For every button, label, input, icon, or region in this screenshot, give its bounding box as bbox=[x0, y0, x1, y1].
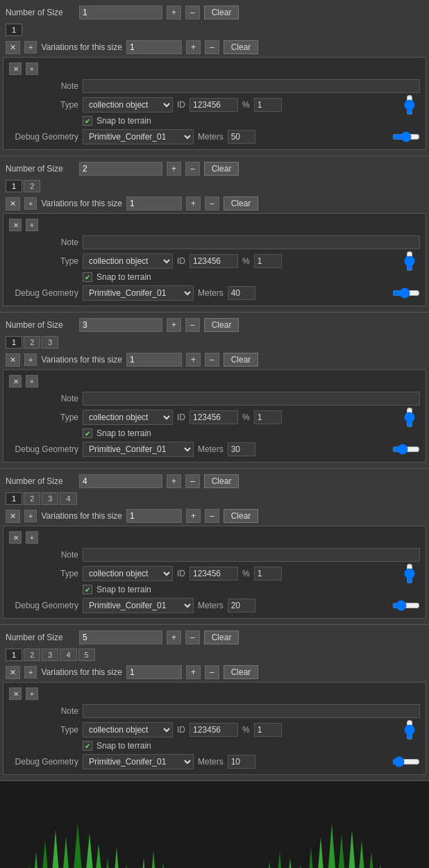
meters-slider-3[interactable] bbox=[392, 444, 420, 455]
number-of-size-input-2[interactable] bbox=[79, 162, 162, 176]
note-input-3[interactable] bbox=[83, 392, 420, 406]
clear-button-1[interactable]: Clear bbox=[204, 6, 239, 19]
type-select-2[interactable]: collection object bbox=[83, 253, 173, 269]
percent-input-3[interactable] bbox=[254, 410, 282, 424]
tab-5-1[interactable]: 1 bbox=[6, 649, 22, 661]
id-input-3[interactable] bbox=[190, 410, 238, 424]
clear-button-2[interactable]: Clear bbox=[204, 162, 239, 176]
add-item-5[interactable]: + bbox=[26, 687, 38, 700]
type-select-3[interactable]: collection object bbox=[83, 410, 173, 425]
snap-checkbox-1[interactable]: ✔ bbox=[83, 116, 92, 126]
meters-slider-2[interactable] bbox=[392, 287, 420, 299]
variations-plus-1[interactable]: + bbox=[186, 40, 201, 54]
remove-variation-1[interactable]: ✕ bbox=[6, 41, 20, 54]
number-of-size-input-5[interactable] bbox=[79, 631, 162, 644]
meters-input-5[interactable] bbox=[228, 755, 255, 769]
id-input-2[interactable] bbox=[190, 254, 238, 268]
minus-button-3[interactable]: – bbox=[185, 318, 200, 332]
tab-5-4[interactable]: 4 bbox=[60, 649, 76, 661]
meters-input-3[interactable] bbox=[228, 442, 255, 456]
percent-slider-5[interactable] bbox=[404, 719, 415, 740]
debug-select-4[interactable]: Primitive_Conifer_01 bbox=[83, 598, 194, 613]
id-input-5[interactable] bbox=[190, 723, 238, 737]
clear-button-5[interactable]: Clear bbox=[204, 631, 239, 644]
remove-item-2[interactable]: ✕ bbox=[9, 219, 22, 231]
tab-2-2[interactable]: 2 bbox=[24, 180, 40, 192]
number-of-size-input-1[interactable] bbox=[79, 6, 162, 19]
variations-plus-5[interactable]: + bbox=[186, 665, 201, 679]
tab-3-2[interactable]: 2 bbox=[24, 336, 40, 349]
variations-plus-4[interactable]: + bbox=[186, 509, 201, 523]
meters-slider-1[interactable] bbox=[392, 131, 420, 142]
meters-input-4[interactable] bbox=[228, 599, 255, 612]
type-select-1[interactable]: collection object bbox=[83, 97, 173, 112]
percent-slider-1[interactable] bbox=[404, 94, 415, 115]
meters-slider-4[interactable] bbox=[392, 600, 420, 611]
clear-button-3[interactable]: Clear bbox=[204, 318, 239, 332]
plus-button-4[interactable]: + bbox=[167, 474, 181, 488]
tab-3-1[interactable]: 1 bbox=[6, 336, 22, 349]
add-variation-1[interactable]: + bbox=[24, 41, 37, 53]
tab-1-1[interactable]: 1 bbox=[6, 24, 22, 36]
percent-input-4[interactable] bbox=[254, 567, 282, 581]
add-variation-2[interactable]: + bbox=[24, 197, 37, 210]
debug-select-2[interactable]: Primitive_Conifer_01 bbox=[83, 285, 194, 301]
variations-clear-5[interactable]: Clear bbox=[224, 665, 259, 679]
add-item-2[interactable]: + bbox=[26, 219, 38, 231]
add-variation-5[interactable]: + bbox=[24, 666, 37, 678]
variations-input-4[interactable] bbox=[126, 509, 182, 523]
variations-input-2[interactable] bbox=[126, 197, 182, 210]
note-input-5[interactable] bbox=[83, 704, 420, 718]
tab-2-1[interactable]: 1 bbox=[6, 180, 22, 192]
remove-variation-3[interactable]: ✕ bbox=[6, 353, 20, 367]
tab-4-2[interactable]: 2 bbox=[24, 492, 40, 505]
note-input-1[interactable] bbox=[83, 79, 420, 93]
variations-minus-2[interactable]: – bbox=[205, 197, 219, 210]
tab-3-3[interactable]: 3 bbox=[42, 336, 58, 349]
id-input-1[interactable] bbox=[190, 98, 238, 112]
tab-5-2[interactable]: 2 bbox=[24, 649, 40, 661]
remove-variation-4[interactable]: ✕ bbox=[6, 510, 20, 523]
percent-input-1[interactable] bbox=[254, 98, 282, 112]
variations-plus-3[interactable]: + bbox=[186, 353, 201, 367]
number-of-size-input-4[interactable] bbox=[79, 474, 162, 488]
minus-button-4[interactable]: – bbox=[185, 474, 200, 488]
note-input-4[interactable] bbox=[83, 548, 420, 562]
remove-variation-2[interactable]: ✕ bbox=[6, 197, 20, 210]
tab-4-4[interactable]: 4 bbox=[60, 492, 76, 505]
add-variation-3[interactable]: + bbox=[24, 353, 37, 366]
variations-clear-2[interactable]: Clear bbox=[224, 197, 259, 210]
debug-select-3[interactable]: Primitive_Conifer_01 bbox=[83, 442, 194, 457]
add-item-4[interactable]: + bbox=[26, 531, 38, 544]
minus-button-1[interactable]: – bbox=[185, 6, 200, 19]
debug-select-5[interactable]: Primitive_Conifer_01 bbox=[83, 754, 194, 769]
variations-minus-1[interactable]: – bbox=[205, 40, 219, 54]
plus-button-5[interactable]: + bbox=[167, 631, 181, 644]
meters-input-1[interactable] bbox=[228, 130, 255, 144]
debug-select-1[interactable]: Primitive_Conifer_01 bbox=[83, 129, 194, 144]
id-input-4[interactable] bbox=[190, 567, 238, 581]
plus-button-3[interactable]: + bbox=[167, 318, 181, 332]
percent-slider-2[interactable] bbox=[404, 251, 415, 272]
remove-variation-5[interactable]: ✕ bbox=[6, 666, 20, 679]
snap-checkbox-3[interactable]: ✔ bbox=[83, 428, 92, 438]
percent-slider-3[interactable] bbox=[404, 407, 415, 428]
plus-button-2[interactable]: + bbox=[167, 162, 181, 176]
add-item-3[interactable]: + bbox=[26, 375, 38, 387]
snap-checkbox-4[interactable]: ✔ bbox=[83, 585, 92, 594]
type-select-4[interactable]: collection object bbox=[83, 566, 173, 581]
variations-minus-4[interactable]: – bbox=[205, 509, 219, 523]
note-input-2[interactable] bbox=[83, 235, 420, 249]
variations-input-1[interactable] bbox=[126, 40, 182, 54]
variations-minus-5[interactable]: – bbox=[205, 665, 219, 679]
variations-minus-3[interactable]: – bbox=[205, 353, 219, 367]
remove-item-5[interactable]: ✕ bbox=[9, 687, 22, 700]
percent-slider-4[interactable] bbox=[404, 563, 415, 584]
tab-4-1[interactable]: 1 bbox=[6, 492, 22, 505]
minus-button-5[interactable]: – bbox=[185, 631, 200, 644]
remove-item-1[interactable]: ✕ bbox=[9, 62, 22, 75]
type-select-5[interactable]: collection object bbox=[83, 722, 173, 737]
number-of-size-input-3[interactable] bbox=[79, 318, 162, 332]
add-variation-4[interactable]: + bbox=[24, 510, 37, 522]
minus-button-2[interactable]: – bbox=[185, 162, 200, 176]
